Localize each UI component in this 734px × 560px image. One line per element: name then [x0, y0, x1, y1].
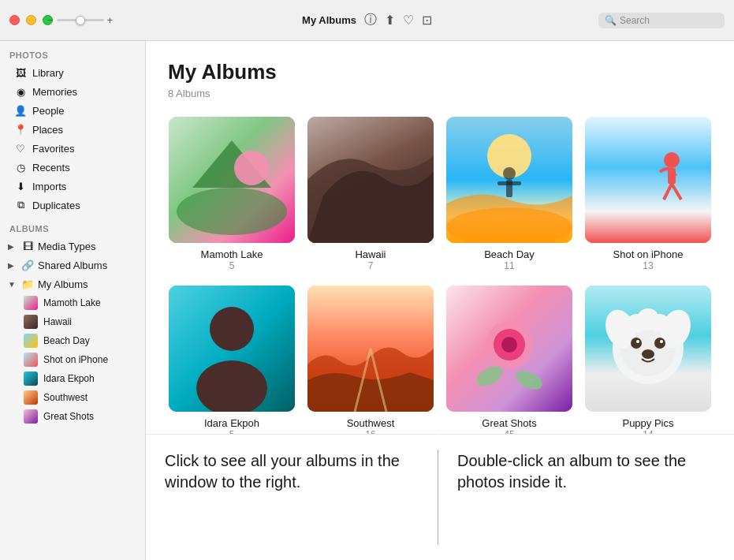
album-thumb-idara [169, 286, 295, 412]
sidebar-item-favorites[interactable]: ♡ Favorites [3, 139, 142, 158]
album-count-shot-on-iphone: 13 [643, 260, 653, 271]
sidebar-sub-shot-on-iphone[interactable]: Shot on iPhone [17, 350, 142, 369]
sidebar-sub-hawaii[interactable]: Hawaii [17, 312, 142, 331]
sidebar-sub-label-mamoth: Mamoth Lake [43, 297, 101, 308]
titlebar-icons: ⓘ ⬆ ♡ ⊡ [364, 12, 432, 28]
album-thumb-shot-on-iphone [585, 117, 711, 243]
svg-point-20 [501, 337, 517, 353]
search-box[interactable]: 🔍 Search [598, 13, 725, 28]
album-name-mamoth: Mamoth Lake [201, 248, 263, 260]
library-icon: 🖼 [14, 66, 27, 79]
album-thumb-great-shots [446, 286, 572, 412]
svg-point-1 [177, 188, 287, 235]
sidebar-label-media-types: Media Types [38, 241, 95, 252]
sidebar-sub-label-great-shots: Great Shots [43, 411, 94, 422]
main-content: My Albums 8 Albums Mamoth Lake 5 [146, 41, 734, 434]
svg-point-2 [234, 151, 269, 185]
sidebar-item-memories[interactable]: ◉ Memories [3, 82, 142, 101]
album-count-hawaii: 7 [368, 260, 374, 271]
sidebar-item-imports[interactable]: ⬇ Imports [3, 177, 142, 196]
albums-section-label: Albums [0, 215, 145, 237]
sidebar-sub-great-shots[interactable]: Great Shots [17, 407, 142, 426]
sidebar-label-shared-albums: Shared Albums [38, 259, 107, 271]
sidebar-sub-mamoth-lake[interactable]: Mamoth Lake [17, 293, 142, 312]
sidebar-sub-label-southwest: Southwest [43, 392, 88, 403]
zoom-minus-icon[interactable]: − [47, 14, 54, 26]
sidebar-item-media-types[interactable]: ▶ 🎞 Media Types [0, 237, 145, 256]
album-puppy-pics[interactable]: Puppy Pics 14 [584, 286, 712, 434]
sidebar-sub-southwest[interactable]: Southwest [17, 388, 142, 407]
sidebar-item-duplicates[interactable]: ⧉ Duplicates [3, 196, 142, 215]
share-icon[interactable]: ⬆ [385, 13, 395, 28]
crop-icon[interactable]: ⊡ [422, 13, 432, 28]
svg-point-14 [210, 307, 254, 351]
photos-section-label: Photos [0, 41, 145, 63]
svg-point-29 [654, 338, 665, 349]
mamoth-thumb [24, 296, 38, 310]
chevron-down-icon: ▼ [8, 280, 17, 289]
svg-point-31 [660, 340, 663, 343]
svg-point-35 [650, 314, 669, 333]
sidebar-sub-idara[interactable]: Idara Ekpoh [17, 369, 142, 388]
search-input[interactable]: Search [620, 15, 650, 26]
album-thumb-beach-day [446, 117, 572, 243]
sidebar-label-places: Places [32, 124, 63, 136]
sidebar-item-people[interactable]: 👤 People [3, 101, 142, 120]
zoom-plus-icon[interactable]: + [107, 14, 114, 26]
memories-icon: ◉ [14, 85, 27, 98]
sidebar-label-duplicates: Duplicates [32, 200, 80, 211]
favorites-icon: ♡ [14, 142, 27, 155]
heart-icon[interactable]: ♡ [403, 13, 414, 28]
annotation-right: Double-click an album to see the photos … [438, 434, 734, 560]
sidebar-label-favorites: Favorites [32, 143, 74, 155]
svg-point-32 [642, 349, 654, 359]
minimize-button[interactable] [26, 15, 36, 25]
album-count-mamoth: 5 [229, 260, 235, 271]
sidebar-sub-beach-day[interactable]: Beach Day [17, 331, 142, 350]
album-beach-day[interactable]: Beach Day 11 [445, 117, 573, 271]
sidebar-label-library: Library [32, 67, 64, 79]
sidebar-item-shared-albums[interactable]: ▶ 🔗 Shared Albums [0, 256, 145, 274]
album-name-southwest: Southwest [347, 417, 395, 429]
titlebar-center: My Albums ⓘ ⬆ ♡ ⊡ [302, 12, 432, 28]
sidebar-item-library[interactable]: 🖼 Library [3, 63, 142, 82]
album-mamoth-lake[interactable]: Mamoth Lake 5 [168, 117, 296, 271]
info-icon[interactable]: ⓘ [364, 12, 377, 28]
album-thumb-southwest [307, 286, 434, 412]
media-types-icon: 🎞 [21, 240, 34, 252]
chevron-right-icon: ▶ [8, 242, 17, 251]
zoom-slider[interactable]: − + [47, 14, 113, 26]
chevron-right-icon-2: ▶ [8, 261, 17, 270]
album-idara-ekpoh[interactable]: Idara Ekpoh 5 [168, 286, 296, 434]
sidebar-item-places[interactable]: 📍 Places [3, 120, 142, 139]
close-button[interactable] [9, 15, 20, 25]
sidebar-sub-label-beach-day: Beach Day [43, 335, 90, 346]
slider-thumb[interactable] [76, 16, 85, 25]
page-subtitle: 8 Albums [168, 88, 712, 99]
recents-icon: ◷ [14, 161, 27, 174]
idara-thumb [24, 371, 38, 386]
slider-track[interactable] [57, 19, 104, 21]
sidebar-label-recents: Recents [32, 162, 70, 174]
svg-rect-10 [585, 117, 711, 243]
album-thumb-puppy-pics [585, 286, 711, 412]
album-thumb-hawaii [307, 117, 434, 243]
album-hawaii[interactable]: Hawaii 7 [307, 117, 434, 271]
album-name-great-shots: Great Shots [482, 417, 536, 429]
svg-point-30 [636, 340, 639, 343]
svg-point-28 [631, 338, 642, 349]
sidebar-item-recents[interactable]: ◷ Recents [3, 158, 142, 177]
sidebar-label-memories: Memories [32, 86, 77, 98]
people-icon: 👤 [14, 104, 27, 117]
great-shots-thumb [24, 409, 38, 424]
album-thumb-mamoth [169, 117, 295, 243]
album-great-shots[interactable]: Great Shots 45 [445, 286, 573, 434]
hawaii-thumb [24, 315, 38, 329]
page-title: My Albums [168, 60, 712, 84]
sidebar-sub-label-idara: Idara Ekpoh [43, 373, 95, 384]
album-southwest[interactable]: Southwest 16 [307, 286, 434, 434]
album-shot-on-iphone[interactable]: Shot on iPhone 13 [584, 117, 712, 271]
app-body: Photos 🖼 Library ◉ Memories 👤 People 📍 P… [0, 41, 734, 560]
sidebar-item-my-albums[interactable]: ▼ 📁 My Albums [0, 274, 145, 293]
svg-rect-9 [497, 181, 521, 185]
